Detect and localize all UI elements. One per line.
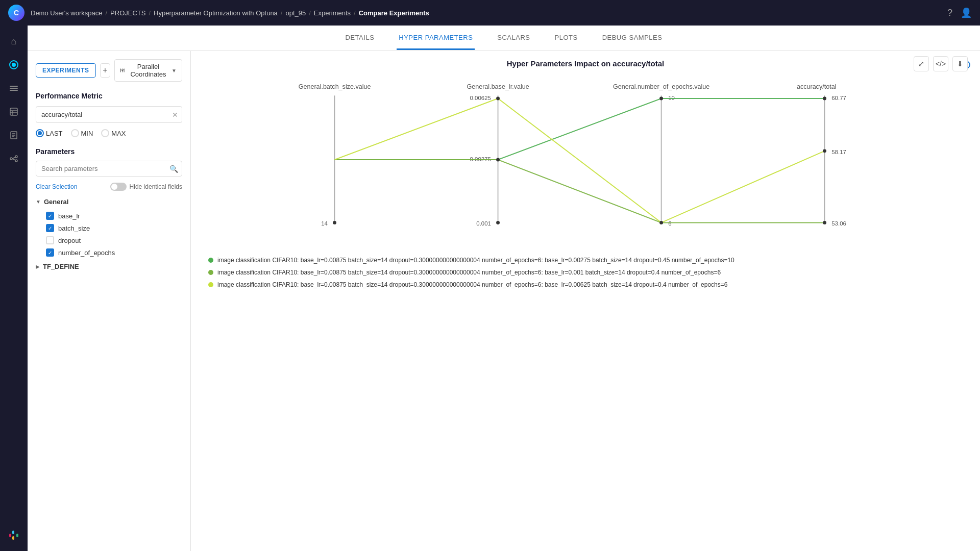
view-selector[interactable]: Parallel Coordinates ▼: [114, 59, 182, 82]
sidebar-item-reports[interactable]: [4, 126, 23, 145]
parallel-coordinates-chart: General.batch_size.value General.base_lr…: [203, 78, 968, 241]
legend-text-3: image classification CIFAR10: base_lr=0.…: [217, 281, 727, 288]
help-icon[interactable]: ?: [947, 8, 952, 18]
svg-line-16: [12, 157, 15, 159]
param-item-dropout[interactable]: dropout: [46, 234, 182, 246]
dropdown-arrow-icon: ▼: [172, 68, 177, 73]
metric-input-wrap: ✕: [36, 106, 182, 123]
sidebar-item-pipelines[interactable]: [4, 149, 23, 168]
app-logo[interactable]: C: [8, 5, 24, 21]
svg-rect-19: [12, 531, 14, 534]
search-icon: 🔍: [169, 165, 178, 173]
series-line-3: [335, 98, 825, 222]
main-content: DETAILS HYPER PARAMETERS SCALARS PLOTS D…: [28, 26, 980, 551]
search-parameters-input[interactable]: [36, 161, 182, 177]
tab-plots[interactable]: PLOTS: [553, 27, 580, 50]
download-button[interactable]: ⬇: [952, 56, 968, 71]
accuracy-tick-top: [823, 97, 826, 101]
accuracy-mid-val: 58.17: [831, 149, 846, 155]
metric-input[interactable]: [36, 106, 182, 123]
chart-container: General.batch_size.value General.base_lr…: [203, 78, 968, 241]
checkbox-base-lr[interactable]: [46, 212, 54, 220]
metric-clear-button[interactable]: ✕: [172, 111, 178, 119]
radio-max-label: MAX: [111, 130, 126, 137]
left-sidebar: ⌂: [0, 26, 28, 551]
param-list-general: base_lr batch_size dropout number_of_epo…: [36, 210, 182, 259]
batch-size-tick-bot: [333, 221, 336, 224]
sidebar-item-home[interactable]: ⌂: [4, 32, 23, 51]
sidebar-item-data[interactable]: [4, 102, 23, 121]
hide-identical-toggle[interactable]: [110, 183, 127, 191]
clear-selection-link[interactable]: Clear Selection: [36, 183, 77, 190]
breadcrumb-project-name[interactable]: Hyperparameter Optimization with Optuna: [154, 9, 278, 17]
checkbox-dropout[interactable]: [46, 236, 54, 244]
svg-line-17: [12, 159, 15, 160]
chart-header: Hyper Parameters Impact on accuracy/tota…: [203, 59, 968, 68]
tab-debug-samples[interactable]: DEBUG SAMPLES: [600, 27, 665, 50]
epochs-tick-bot: [659, 221, 663, 224]
add-button[interactable]: +: [100, 63, 111, 78]
tab-details[interactable]: DETAILS: [344, 27, 377, 50]
param-label-base-lr: base_lr: [58, 212, 80, 220]
accuracy-tick-mid: [823, 149, 826, 153]
series-line-2: [335, 160, 825, 222]
slack-icon[interactable]: [4, 525, 23, 545]
param-item-batch-size[interactable]: batch_size: [46, 222, 182, 234]
group-tf-define-header[interactable]: ▶ TF_DEFINE: [36, 263, 182, 270]
legend-item-2: image classification CIFAR10: base_lr=0.…: [208, 269, 963, 276]
tab-scalars[interactable]: SCALARS: [495, 27, 532, 50]
sidebar-item-layers[interactable]: [4, 79, 23, 98]
radio-min-circle: [71, 129, 79, 137]
base-lr-tick-top: [496, 97, 500, 101]
breadcrumb-experiments[interactable]: Experiments: [314, 9, 351, 17]
parameters-title: Parameters: [36, 147, 182, 156]
user-avatar-icon[interactable]: 👤: [961, 7, 972, 18]
radio-last[interactable]: LAST: [36, 129, 63, 137]
base-lr-tick-mid: [496, 158, 500, 162]
content-area: EXPERIMENTS + Parallel Coordinates ▼ Per…: [28, 51, 980, 551]
legend-item-1: image classification CIFAR10: base_lr=0.…: [208, 257, 963, 264]
checkbox-batch-size[interactable]: [46, 224, 54, 232]
chevron-right-icon: ▶: [36, 264, 40, 269]
svg-rect-20: [16, 534, 18, 537]
param-label-batch-size: batch_size: [58, 224, 90, 232]
svg-point-1: [12, 63, 16, 67]
tab-hyper-parameters[interactable]: HYPER PARAMETERS: [397, 27, 475, 50]
group-general-name: General: [44, 198, 68, 206]
svg-rect-2: [10, 86, 18, 87]
nav-right: ? 👤: [947, 7, 972, 18]
sidebar-bottom: [4, 525, 23, 545]
breadcrumb: Demo User's workspace / PROJECTS / Hyper…: [31, 9, 429, 17]
radio-group: LAST MIN MAX: [36, 129, 182, 137]
svg-rect-3: [10, 88, 18, 89]
radio-last-circle: [36, 129, 44, 137]
toolbar: EXPERIMENTS + Parallel Coordinates ▼: [36, 59, 182, 82]
base-lr-tick-bot: [496, 221, 500, 224]
group-tf-define-name: TF_DEFINE: [43, 263, 79, 270]
fullscreen-button[interactable]: ⤢: [914, 56, 929, 71]
svg-point-13: [10, 158, 12, 160]
breadcrumb-run[interactable]: opt_95: [285, 9, 306, 17]
radio-min[interactable]: MIN: [71, 129, 93, 137]
experiments-button[interactable]: EXPERIMENTS: [36, 63, 96, 78]
param-item-base-lr[interactable]: base_lr: [46, 210, 182, 222]
sidebar-item-experiments[interactable]: [4, 55, 23, 74]
code-button[interactable]: </>: [933, 56, 948, 71]
legend-text-1: image classification CIFAR10: base_lr=0.…: [217, 257, 734, 264]
axis-label-epochs: General.number_of_epochs.value: [613, 83, 709, 90]
chart-actions: ⤢ </> ⬇: [914, 56, 968, 71]
group-general-header[interactable]: ▼ General: [36, 198, 182, 206]
radio-min-label: MIN: [81, 130, 93, 137]
breadcrumb-workspace[interactable]: Demo User's workspace: [31, 9, 102, 17]
radio-max[interactable]: MAX: [101, 129, 126, 137]
legend-dot-2: [208, 270, 213, 275]
filter-row: Clear Selection Hide identical fields: [36, 183, 182, 191]
checkbox-number-of-epochs[interactable]: [46, 248, 54, 257]
breadcrumb-projects[interactable]: PROJECTS: [110, 9, 145, 17]
param-label-dropout: dropout: [58, 237, 81, 244]
epochs-tick-top: [659, 97, 663, 101]
param-item-number-of-epochs[interactable]: number_of_epochs: [46, 246, 182, 259]
hide-identical-label: Hide identical fields: [130, 183, 182, 190]
chevron-down-icon: ▼: [36, 199, 41, 205]
svg-rect-4: [10, 90, 18, 91]
